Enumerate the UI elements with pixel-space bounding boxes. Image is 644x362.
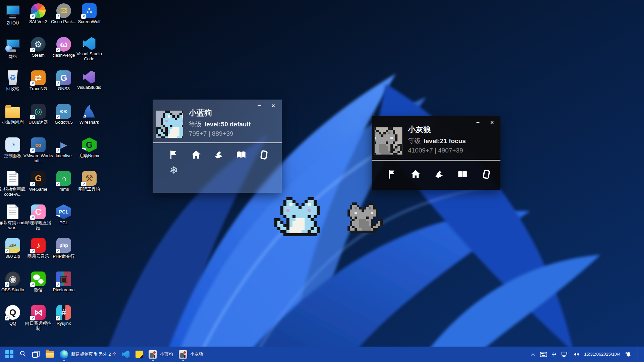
desktop-icon-pixelorama[interactable]: ▣↗Pixelorama	[51, 270, 76, 304]
wireshark-icon: ↗	[82, 104, 97, 119]
desktop-icon-obs-studio[interactable]: ◉↗OBS Studio	[0, 270, 25, 304]
shortcut-arrow-icon: ↗	[30, 81, 35, 86]
book-icon[interactable]	[235, 149, 247, 161]
desktop-icon-uu-booster[interactable]: ◎↗UU加速器	[25, 103, 51, 136]
notes-button[interactable]	[136, 347, 143, 362]
close-button[interactable]: ×	[270, 103, 277, 109]
shortcut-arrow-icon: ↗	[56, 115, 60, 119]
pixelorama-icon: ▣↗	[56, 272, 71, 286]
desktop-icon-network[interactable]: 网络	[0, 36, 25, 69]
desktop-icon-cisco-packet-tracer[interactable]: ✉↗Cisco Pack...	[51, 2, 76, 36]
desktop-icon-godot[interactable]: ⊙⊙↗Godot4.5	[51, 103, 76, 136]
taskbar: 新建标签页 和另外 2 个小蓝狗小灰狼 中	[0, 347, 644, 362]
taskbar-apps: 新建标签页 和另外 2 个小蓝狗小灰狼	[0, 347, 203, 362]
book-icon[interactable]	[457, 169, 468, 180]
home-icon[interactable]	[410, 169, 421, 180]
home-icon[interactable]	[191, 149, 202, 161]
tuba-toolbox-icon: ⚒↗	[82, 171, 97, 186]
running-indicator	[182, 360, 184, 361]
grey-wolf-pet[interactable]	[343, 202, 383, 234]
task-view-button[interactable]	[32, 347, 40, 362]
pet-grey-wolf-window-button-label: 小灰狼	[190, 351, 203, 357]
desktop-icon-label: 网易云音乐	[23, 254, 53, 259]
desktop-icon-sai-ver2[interactable]: ↗SAI Ver.2	[25, 2, 51, 36]
desktop-icon-visual-studio-code[interactable]: ↗Visual Studio Code	[76, 36, 102, 69]
desktop-icon-label: Cisco Pack...	[49, 19, 78, 24]
flag-icon[interactable]	[386, 169, 398, 180]
minimize-button[interactable]: −	[256, 103, 263, 109]
network-icon	[5, 37, 21, 53]
tile-glyph: ⌂	[61, 174, 66, 183]
cards-icon[interactable]	[480, 169, 492, 180]
desktop-icon-lmms[interactable]: ⌂↗lmms	[51, 170, 76, 203]
snowflake-icon[interactable]: ❄	[169, 164, 178, 176]
touch-keyboard-icon[interactable]	[540, 352, 547, 357]
desktop-icon-label: Ryujinx	[49, 321, 78, 326]
sai-ver2-icon: ↗	[31, 3, 46, 18]
pcl-icon: PCL↗	[56, 204, 71, 219]
desktop-icon-label: UU加速器	[23, 120, 53, 125]
desktop-icon-php-cli[interactable]: php↗PHP命令行	[51, 237, 76, 270]
desktop-icon-netease-cloud-music[interactable]: ♪↗网易云音乐	[25, 237, 51, 270]
clock[interactable]: 15:31:06 2025/10/4	[584, 352, 621, 357]
desktop-icon-vmware-workstation[interactable]: ∞↗VMware Workstati...	[25, 136, 51, 170]
blue-dog-weekly-folder-icon	[5, 107, 20, 118]
edge-icon	[60, 350, 68, 359]
flag-icon[interactable]	[168, 149, 179, 161]
search-button[interactable]	[19, 347, 26, 362]
desktop-icon-zhou[interactable]: ZHOU	[0, 2, 25, 36]
tray-time: 15:31:06	[584, 352, 601, 357]
desktop-icon-screen-wolf-workspace[interactable]: 屏幕有狼.code-wor...	[0, 203, 25, 237]
notification-bell-icon[interactable]: z	[625, 351, 632, 357]
start-button[interactable]	[5, 347, 13, 362]
task-view-icon	[32, 351, 40, 358]
vscode-button[interactable]	[122, 347, 130, 362]
hidden-icons-chevron[interactable]	[531, 353, 535, 356]
desktop-icon-pcl[interactable]: PCL↗PCL	[51, 203, 76, 237]
blue-dog-pet[interactable]	[274, 197, 326, 238]
desktop-icon-steam[interactable]: ⚙↗Steam	[25, 36, 51, 69]
pet-app-icon	[149, 350, 157, 359]
pet-grey-wolf-window-button[interactable]: 小灰狼	[179, 347, 203, 362]
desktop-icon-ryujinx[interactable]: #↗Ryujinx	[51, 304, 76, 337]
desktop-icon-visual-studio[interactable]: ↗VisualStudio	[76, 69, 102, 103]
desktop-icon-recycle-bin[interactable]: ♻回收站	[0, 69, 25, 103]
grey-wolf-avatar	[374, 127, 403, 155]
file-explorer-icon	[46, 351, 54, 358]
desktop-icon-wechat[interactable]: ↗微信	[25, 270, 51, 304]
file-explorer-button[interactable]	[46, 347, 54, 362]
blue-dog-avatar	[155, 110, 184, 138]
minimize-button[interactable]: −	[474, 119, 482, 126]
desktop-icon-bilibili-live[interactable]: C↗哔哩哔哩直播姬	[25, 203, 51, 237]
write-icon[interactable]	[213, 149, 224, 161]
ime-indicator[interactable]: 中	[552, 351, 557, 358]
write-icon[interactable]	[433, 169, 445, 180]
tile-glyph: G	[60, 73, 67, 82]
desktop-icon-kdenlive[interactable]: ▶↗kdenlive	[51, 136, 76, 170]
cards-icon[interactable]	[258, 149, 269, 161]
desktop-icon-traceng[interactable]: ⇄↗TraceNG	[25, 69, 51, 103]
desktop-icon-gns3[interactable]: G↗GNS3	[51, 69, 76, 103]
close-button[interactable]: ×	[488, 119, 496, 126]
desktop-icon-sunflower-remote[interactable]: ⋈↗向日葵远程控制	[25, 304, 51, 337]
desktop-icon-screenwolf[interactable]: ∴↗ScreenWolf	[76, 2, 102, 36]
desktop-icon-360zip[interactable]: ZIP↗360 Zip	[0, 237, 25, 270]
desktop-icon-qq[interactable]: Q↗QQ	[0, 304, 25, 337]
desktop-icon-blue-dog-weekly-folder[interactable]: 小蓝狗周周	[0, 103, 25, 136]
tile-glyph: ▶	[60, 140, 67, 149]
desktop-icon-label: Visual Studio Code	[74, 51, 104, 61]
pet-blue-dog-window-button[interactable]: 小蓝狗	[149, 347, 173, 362]
desktop-icon-tuba-toolbox[interactable]: ⚒↗图吧工具箱	[76, 170, 102, 203]
desktop-icon-fantasy-animal-gallery-workspace[interactable]: 幻想动物画廊.code-w...	[0, 170, 25, 203]
network-icon[interactable]	[561, 352, 569, 357]
show-desktop-button[interactable]	[638, 347, 639, 362]
edge-window-button[interactable]: 新建标签页 和另外 2 个	[60, 347, 116, 362]
desktop-icon-control-panel[interactable]: ◔控制面板	[0, 136, 25, 170]
pet-level: 等级level:21 focus	[408, 137, 466, 145]
desktop-icon-wireshark[interactable]: ↗Wireshark	[76, 103, 102, 136]
running-indicator	[63, 360, 65, 361]
volume-icon[interactable]	[573, 352, 580, 357]
desktop-icon-clash-verge[interactable]: ω↗clash-verge	[51, 36, 76, 69]
desktop-icon-wegame[interactable]: G↗WeGame	[25, 170, 51, 203]
desktop-icon-start-nginx[interactable]: G↗启动Nginx	[76, 136, 102, 170]
